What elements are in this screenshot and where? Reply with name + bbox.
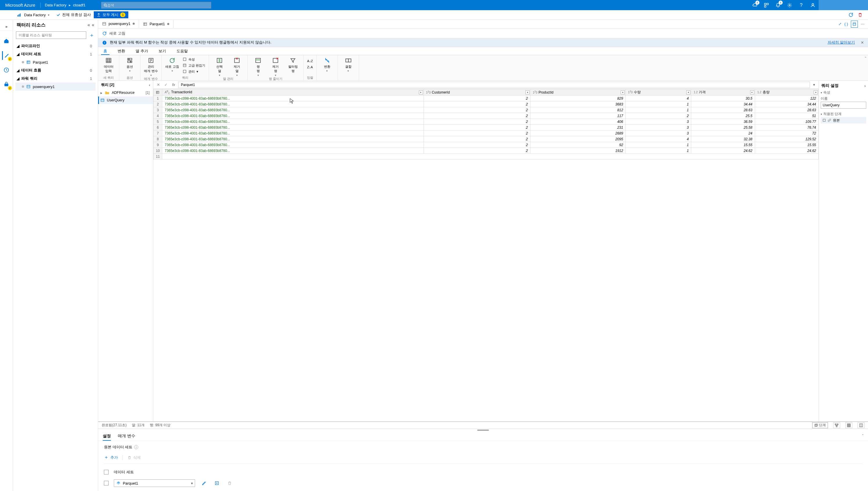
azure-topbar: Microsoft Azure Data Factory ▸ ctoadf1 8… [0, 0, 868, 10]
svg-point-6 [812, 3, 814, 5]
notifications-button[interactable]: 6 [772, 0, 784, 10]
svg-rect-4 [764, 5, 766, 7]
svg-point-5 [789, 4, 790, 6]
workspace-toolbar: Data Factory ▾ 전체 유효성 검사 모두 게시 1 [0, 10, 868, 20]
publish-label: 모두 게시 [102, 12, 119, 18]
validate-all-button[interactable]: 전체 유효성 검사 [54, 12, 93, 18]
validate-label: 전체 유효성 검사 [62, 12, 91, 18]
bell-badge: 6 [779, 1, 783, 5]
svg-rect-8 [19, 14, 20, 17]
data-factory-dropdown[interactable]: Data Factory ▾ [13, 12, 54, 17]
svg-rect-3 [767, 3, 768, 5]
delete-workspace-icon[interactable] [858, 12, 863, 18]
search-input[interactable] [107, 3, 209, 7]
refresh-workspace-icon[interactable] [848, 12, 854, 18]
help-button[interactable]: ? [796, 0, 807, 10]
feedback-button[interactable] [807, 0, 819, 10]
publish-all-button[interactable]: 모두 게시 1 [94, 11, 129, 18]
breadcrumb[interactable]: Data Factory ▸ ctoadf1 [41, 3, 89, 7]
svg-point-0 [104, 4, 106, 6]
chevron-down-icon: ▾ [48, 13, 49, 17]
crumb-df[interactable]: Data Factory [45, 3, 66, 7]
svg-rect-9 [20, 13, 21, 17]
directory-button[interactable] [761, 0, 772, 10]
cloud-badge: 8 [755, 1, 760, 5]
breadcrumb-arrow-icon: ▸ [69, 3, 71, 7]
svg-line-1 [106, 6, 107, 7]
user-area[interactable] [819, 0, 868, 10]
df-label: Data Factory [24, 13, 45, 17]
crumb-instance[interactable]: ctoadf1 [73, 3, 86, 7]
search-icon [104, 3, 107, 7]
global-search[interactable] [101, 2, 211, 9]
publish-count: 1 [120, 12, 125, 17]
brand: Microsoft Azure [0, 3, 40, 7]
cloud-shell-button[interactable]: 8 [749, 0, 761, 10]
svg-rect-7 [18, 15, 18, 17]
settings-button[interactable] [784, 0, 796, 10]
svg-rect-2 [764, 3, 766, 5]
